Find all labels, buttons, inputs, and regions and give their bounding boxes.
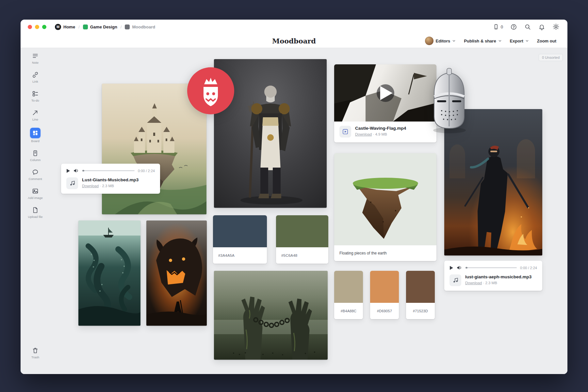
audio-file-icon xyxy=(66,177,78,189)
color-swatch-card[interactable]: #5C6A48 xyxy=(276,215,328,264)
audio-card-2[interactable]: 0:00 / 2:24 lust-giants-aeph-musicbed.mp… xyxy=(444,261,542,291)
breadcrumb-project[interactable]: Game Design xyxy=(83,24,117,29)
play-icon xyxy=(377,84,394,102)
tool-upload-file[interactable]: Upload file xyxy=(25,206,45,219)
color-swatch-card[interactable]: #B4A88C xyxy=(334,271,363,319)
tool-board[interactable]: Board xyxy=(25,128,45,143)
audio-file-icon xyxy=(449,274,461,286)
traffic-lights xyxy=(28,25,46,29)
color-swatch-block xyxy=(406,271,435,303)
floating-earth-card[interactable]: Floating pieces of the earth xyxy=(334,153,436,261)
tool-label: Comment xyxy=(25,177,45,181)
board-header-actions: Editors Publish & share Export Zoom out xyxy=(425,37,567,45)
breadcrumb-board[interactable]: Moodboard xyxy=(125,24,155,29)
tool-label: Column xyxy=(25,158,45,162)
tool-label: Line xyxy=(25,118,45,121)
color-swatch-hex: #5C6A48 xyxy=(276,247,328,264)
add-image-icon xyxy=(32,188,39,195)
editors-menu[interactable]: Editors xyxy=(425,37,456,45)
shield-crown-logo-image[interactable] xyxy=(187,67,234,114)
unsorted-badge[interactable]: 0 Unsorted xyxy=(539,54,563,61)
tool-link[interactable]: Link xyxy=(25,71,45,83)
video-play-button[interactable] xyxy=(377,84,394,102)
milanote-logo-icon: M xyxy=(55,24,61,30)
audio-file-info: Lust-Giants-Musicbed.mp3 Download · 2.3 … xyxy=(66,177,155,189)
audio-card-1[interactable]: 0:00 / 2:24 Lust-Giants-Musicbed.mp3 Dow… xyxy=(61,164,160,194)
board-icon xyxy=(30,128,41,138)
music-note-icon xyxy=(452,277,458,283)
music-note-icon xyxy=(69,180,75,186)
device-activity-button[interactable]: 0 xyxy=(493,24,503,30)
giant-hands-image[interactable] xyxy=(214,271,328,360)
color-swatch-card[interactable]: #D69057 xyxy=(370,271,399,319)
audio-play-button[interactable] xyxy=(66,169,70,173)
tools-sidebar: Note Link To-do Line Board Column xyxy=(25,52,45,374)
video-thumbnail xyxy=(334,64,436,122)
tool-column[interactable]: Column xyxy=(25,149,45,162)
zoom-out-button[interactable]: Zoom out xyxy=(537,39,556,43)
tool-label: Board xyxy=(25,139,45,143)
color-swatch-block xyxy=(334,271,363,303)
tool-line[interactable]: Line xyxy=(25,109,45,121)
audio-progress-bar[interactable] xyxy=(82,170,135,171)
video-file-meta: Download · 4.9 MB xyxy=(355,132,406,136)
link-icon xyxy=(32,71,39,78)
notifications-button[interactable] xyxy=(538,24,545,30)
search-button[interactable] xyxy=(524,24,531,30)
help-button[interactable] xyxy=(510,24,517,30)
color-swatch-hex: #71523D xyxy=(406,303,435,319)
tool-trash[interactable]: Trash xyxy=(25,347,45,359)
editors-label: Editors xyxy=(436,39,450,43)
color-swatch-block xyxy=(276,215,328,247)
tool-label: Trash xyxy=(25,355,45,359)
play-icon xyxy=(449,266,453,270)
breadcrumb-project-label: Game Design xyxy=(90,24,117,29)
medieval-helmet-image[interactable] xyxy=(425,66,474,137)
line-arrow-icon xyxy=(32,109,39,116)
audio-play-button[interactable] xyxy=(449,266,453,270)
close-button[interactable] xyxy=(28,25,32,29)
video-file-size: 4.9 MB xyxy=(375,132,387,136)
note-icon xyxy=(32,52,39,59)
device-icon xyxy=(493,24,499,30)
titlebar-actions: 0 xyxy=(493,20,560,34)
sea-monsters-image[interactable] xyxy=(78,220,140,326)
gear-icon xyxy=(552,23,560,30)
publish-share-menu[interactable]: Publish & share xyxy=(464,39,501,43)
medieval-helmet-artwork xyxy=(425,66,474,136)
export-label: Export xyxy=(510,39,523,43)
color-swatch-block xyxy=(370,271,399,303)
export-menu[interactable]: Export xyxy=(510,39,529,43)
audio-time: 0:00 / 2:24 xyxy=(520,266,537,270)
breadcrumb-home[interactable]: M Home xyxy=(55,24,75,30)
video-card[interactable]: Castle-Waving-Flag.mp4 Download · 4.9 MB xyxy=(334,64,436,142)
video-filename: Castle-Waving-Flag.mp4 xyxy=(355,126,406,131)
floating-earth-image xyxy=(334,153,436,245)
audio-download-link[interactable]: Download xyxy=(465,281,482,285)
fire-demon-image[interactable] xyxy=(146,220,207,326)
column-icon xyxy=(32,150,39,157)
tool-label: Add image xyxy=(25,196,45,200)
audio-progress-bar[interactable] xyxy=(466,267,517,268)
giant-hands-artwork xyxy=(214,271,328,360)
upload-file-icon xyxy=(32,206,39,214)
tool-comment[interactable]: Comment xyxy=(25,168,45,181)
color-swatch-card[interactable]: #71523D xyxy=(406,271,435,319)
tool-todo[interactable]: To-do xyxy=(25,90,45,102)
color-swatch-card[interactable]: #3A4A5A xyxy=(213,215,267,264)
audio-file-meta: Download · 2.3 MB xyxy=(82,184,139,188)
publish-share-label: Publish & share xyxy=(464,39,496,43)
board-canvas: Note Link To-do Line Board Column xyxy=(21,48,567,374)
comment-icon xyxy=(32,169,39,176)
audio-file-size: 2.3 MB xyxy=(102,184,114,188)
tool-note[interactable]: Note xyxy=(25,52,45,64)
settings-button[interactable] xyxy=(552,23,560,30)
minimize-button[interactable] xyxy=(35,25,39,29)
audio-volume-button[interactable] xyxy=(74,168,79,173)
zoom-button[interactable] xyxy=(42,25,46,29)
audio-download-link[interactable]: Download xyxy=(82,184,99,188)
audio-volume-button[interactable] xyxy=(457,265,462,270)
shield-crown-logo-icon xyxy=(187,67,234,114)
tool-add-image[interactable]: Add image xyxy=(25,187,45,200)
video-download-link[interactable]: Download xyxy=(355,132,372,136)
